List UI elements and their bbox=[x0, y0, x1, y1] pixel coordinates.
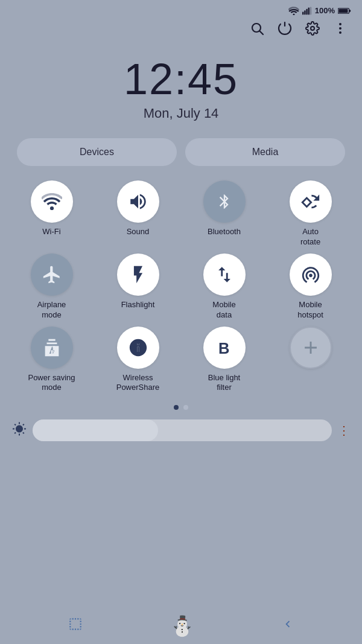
mobilehotspot-label: Mobilehotspot bbox=[297, 300, 323, 320]
bluelightfilter-toggle[interactable]: B Blue lightfilter bbox=[183, 327, 265, 394]
battery-icon bbox=[338, 7, 351, 15]
svg-rect-8 bbox=[338, 9, 348, 13]
more-options-icon[interactable] bbox=[333, 21, 348, 39]
wifi-icon bbox=[42, 193, 62, 210]
page-dot-1 bbox=[174, 405, 179, 410]
autorotate-circle bbox=[290, 180, 332, 223]
svg-point-15 bbox=[49, 206, 53, 210]
signal-icon bbox=[302, 7, 312, 15]
mobiledata-label: Mobiledata bbox=[212, 300, 235, 320]
powersaving-icon bbox=[42, 337, 62, 358]
airplane-icon bbox=[42, 264, 62, 285]
mobilehotspot-icon bbox=[300, 264, 321, 285]
brightness-icon bbox=[12, 422, 27, 439]
bluelightfilter-circle: B bbox=[203, 327, 246, 369]
svg-rect-1 bbox=[302, 11, 303, 14]
sound-circle bbox=[117, 180, 159, 223]
mobiledata-icon bbox=[214, 264, 235, 285]
bottom-navigation: ⛄ bbox=[0, 608, 362, 644]
clock-area: 12:45 Mon, July 14 bbox=[0, 45, 362, 138]
svg-rect-2 bbox=[304, 10, 305, 14]
bluetooth-circle bbox=[203, 180, 246, 223]
autorotate-toggle[interactable]: Autorotate bbox=[270, 180, 351, 247]
bluelightfilter-label: Blue lightfilter bbox=[208, 373, 240, 394]
wirelesspowershare-toggle[interactable]: WirelessPowerShare bbox=[97, 327, 179, 394]
airplane-circle bbox=[31, 253, 73, 296]
wifi-toggle[interactable]: Wi-Fi bbox=[11, 180, 92, 247]
mobilehotspot-toggle[interactable]: Mobilehotspot bbox=[270, 253, 351, 320]
svg-rect-7 bbox=[349, 10, 351, 11]
status-bar: 100% bbox=[0, 0, 362, 19]
powersaving-circle bbox=[31, 327, 73, 369]
powersaving-label: Power savingmode bbox=[28, 373, 75, 394]
brightness-control: ⋮ bbox=[0, 419, 362, 441]
battery-percentage: 100% bbox=[315, 6, 335, 15]
wifi-status-icon bbox=[288, 7, 299, 15]
wifi-circle bbox=[31, 180, 73, 223]
brightness-slider[interactable] bbox=[33, 419, 332, 441]
svg-point-13 bbox=[339, 27, 341, 30]
flashlight-circle bbox=[117, 253, 159, 296]
add-circle bbox=[290, 327, 332, 369]
svg-point-0 bbox=[293, 13, 294, 15]
brightness-fill bbox=[33, 419, 158, 441]
mobilehotspot-circle bbox=[290, 253, 332, 296]
sound-label: Sound bbox=[127, 227, 150, 237]
powersaving-toggle[interactable]: Power savingmode bbox=[11, 327, 92, 394]
autorotate-label: Autorotate bbox=[300, 227, 320, 247]
add-toggle-button[interactable] bbox=[270, 327, 351, 394]
tab-buttons: Devices Media bbox=[0, 138, 362, 180]
top-action-bar bbox=[0, 19, 362, 45]
page-indicators bbox=[0, 400, 362, 419]
media-tab[interactable]: Media bbox=[185, 138, 345, 166]
wirelesspowershare-label: WirelessPowerShare bbox=[116, 373, 160, 394]
clock-date: Mon, July 14 bbox=[144, 106, 219, 121]
svg-rect-3 bbox=[306, 8, 307, 14]
flashlight-label: Flashlight bbox=[121, 300, 155, 310]
home-icon[interactable]: ⛄ bbox=[170, 614, 194, 637]
svg-point-14 bbox=[339, 31, 341, 34]
wirelesspowershare-icon bbox=[128, 337, 148, 358]
brightness-more-icon[interactable]: ⋮ bbox=[338, 423, 350, 438]
bluetooth-label: Bluetooth bbox=[208, 227, 241, 237]
bluetooth-icon bbox=[216, 191, 233, 212]
add-icon bbox=[300, 337, 321, 358]
quick-settings-grid: Wi-Fi Sound Bluetooth Autorotate bbox=[0, 180, 362, 400]
search-icon[interactable] bbox=[250, 21, 264, 39]
mobiledata-circle bbox=[203, 253, 246, 296]
wirelesspowershare-circle bbox=[117, 327, 159, 369]
svg-point-12 bbox=[339, 23, 341, 25]
svg-rect-5 bbox=[310, 7, 311, 14]
bluelightfilter-icon: B bbox=[214, 337, 235, 358]
autorotate-icon bbox=[300, 191, 321, 212]
power-icon[interactable] bbox=[278, 21, 292, 39]
airplane-label: Airplanemode bbox=[37, 300, 66, 320]
mobiledata-toggle[interactable]: Mobiledata bbox=[183, 253, 265, 320]
svg-point-11 bbox=[311, 27, 314, 30]
flashlight-icon bbox=[128, 264, 148, 285]
sound-toggle[interactable]: Sound bbox=[97, 180, 179, 247]
devices-tab[interactable]: Devices bbox=[17, 138, 177, 166]
status-icons: 100% bbox=[288, 6, 351, 15]
svg-line-10 bbox=[260, 31, 264, 35]
airplane-toggle[interactable]: Airplanemode bbox=[11, 253, 92, 320]
flashlight-toggle[interactable]: Flashlight bbox=[97, 253, 179, 320]
settings-icon[interactable] bbox=[305, 21, 320, 39]
sound-icon bbox=[128, 191, 148, 212]
bluetooth-toggle[interactable]: Bluetooth bbox=[183, 180, 265, 247]
wifi-label: Wi-Fi bbox=[42, 227, 60, 237]
svg-text:B: B bbox=[218, 339, 229, 356]
recent-apps-icon[interactable] bbox=[68, 616, 83, 636]
page-dot-2 bbox=[183, 405, 188, 410]
back-icon[interactable] bbox=[281, 617, 294, 634]
svg-rect-4 bbox=[308, 7, 309, 14]
clock-time: 12:45 bbox=[124, 57, 238, 101]
